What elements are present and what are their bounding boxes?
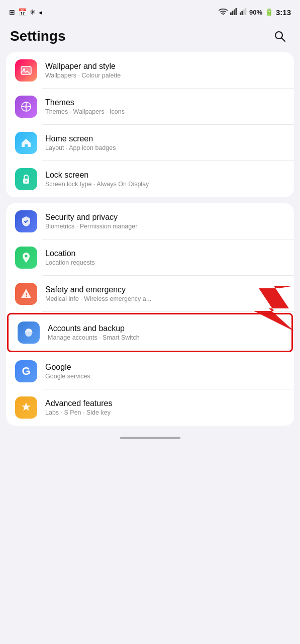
lockscreen-text: Lock screen Screen lock type · Always On… — [45, 171, 285, 188]
settings-item-wallpaper[interactable]: Wallpaper and style Wallpapers · Colour … — [6, 52, 294, 89]
svg-rect-5 — [240, 12, 241, 15]
status-icons-right: 90% 🔋 3:13 — [219, 8, 291, 17]
themes-icon — [15, 96, 37, 118]
page-header: Settings — [0, 22, 300, 52]
app-icon-4: ◂ — [39, 9, 42, 16]
svg-rect-7 — [243, 9, 245, 15]
google-icon: G — [15, 360, 37, 382]
app-icon-2: 📅 — [18, 8, 27, 16]
signal-icon-2 — [240, 8, 247, 17]
settings-group-2: Security and privacy Biometrics · Permis… — [6, 203, 294, 426]
accounts-title: Accounts and backup — [48, 324, 282, 333]
settings-item-safety[interactable]: ! Safety and emergency Medical info · Wi… — [6, 276, 294, 312]
lockscreen-icon — [15, 168, 37, 190]
safety-text: Safety and emergency Medical info · Wire… — [45, 285, 285, 302]
svg-line-10 — [282, 38, 285, 42]
lockscreen-subtitle: Screen lock type · Always On Display — [45, 181, 285, 188]
settings-item-google[interactable]: G Google Google services — [6, 353, 294, 389]
homescreen-title: Home screen — [45, 134, 285, 143]
app-icon-1: ⊞ — [9, 8, 15, 16]
homescreen-icon — [15, 132, 37, 154]
location-text: Location Location requests — [45, 249, 285, 266]
location-subtitle: Location requests — [45, 259, 285, 266]
advanced-title: Advanced features — [45, 399, 285, 408]
search-button[interactable] — [270, 26, 290, 46]
wallpaper-subtitle: Wallpapers · Colour palette — [45, 72, 285, 79]
safety-icon: ! — [15, 283, 37, 305]
settings-item-security[interactable]: Security and privacy Biometrics · Permis… — [6, 203, 294, 239]
svg-rect-1 — [230, 12, 232, 15]
google-subtitle: Google services — [45, 373, 285, 380]
security-title: Security and privacy — [45, 213, 285, 222]
wallpaper-icon — [15, 59, 37, 82]
homescreen-subtitle: Layout · App icon badges — [45, 144, 285, 151]
location-icon — [15, 247, 37, 269]
app-icon-3: ✳ — [30, 8, 36, 16]
svg-rect-2 — [232, 11, 233, 15]
settings-group-1: Wallpaper and style Wallpapers · Colour … — [6, 52, 294, 197]
svg-point-21 — [30, 330, 32, 331]
wallpaper-title: Wallpaper and style — [45, 62, 285, 71]
themes-title: Themes — [45, 98, 285, 107]
svg-point-0 — [223, 14, 224, 15]
svg-rect-6 — [241, 11, 243, 15]
themes-text: Themes Themes · Wallpapers · Icons — [45, 98, 285, 115]
google-title: Google — [45, 363, 285, 372]
lockscreen-title: Lock screen — [45, 171, 285, 180]
svg-point-17 — [26, 181, 27, 182]
security-icon — [15, 210, 37, 232]
status-bar: ⊞ 📅 ✳ ◂ 90% 🔋 3:13 — [0, 0, 300, 22]
advanced-icon — [15, 396, 37, 419]
svg-text:!: ! — [26, 292, 27, 298]
settings-item-themes[interactable]: Themes Themes · Wallpapers · Icons — [6, 89, 294, 125]
location-title: Location — [45, 249, 285, 258]
svg-rect-3 — [234, 9, 235, 15]
settings-item-accounts[interactable]: Accounts and backup Manage accounts · Sm… — [9, 314, 291, 351]
svg-rect-8 — [245, 8, 246, 15]
battery-percent: 90% — [249, 9, 262, 16]
accounts-subtitle: Manage accounts · Smart Switch — [48, 334, 282, 341]
security-subtitle: Biometrics · Permission manager — [45, 223, 285, 230]
battery-icon: 🔋 — [265, 8, 273, 16]
page-title: Settings — [10, 28, 65, 44]
time-display: 3:13 — [276, 8, 291, 17]
bottom-bar — [0, 432, 300, 442]
accounts-icon — [18, 321, 40, 344]
security-text: Security and privacy Biometrics · Permis… — [45, 213, 285, 230]
accounts-text: Accounts and backup Manage accounts · Sm… — [48, 324, 282, 341]
settings-item-advanced[interactable]: Advanced features Labs · S Pen · Side ke… — [6, 389, 294, 426]
advanced-subtitle: Labs · S Pen · Side key — [45, 409, 285, 416]
settings-item-location[interactable]: Location Location requests — [6, 239, 294, 276]
themes-subtitle: Themes · Wallpapers · Icons — [45, 108, 285, 115]
safety-subtitle: Medical info · Wireless emergency a... — [45, 295, 285, 302]
wallpaper-text: Wallpaper and style Wallpapers · Colour … — [45, 62, 285, 79]
wifi-icon — [219, 8, 228, 17]
settings-item-lockscreen[interactable]: Lock screen Screen lock type · Always On… — [6, 161, 294, 197]
svg-point-15 — [25, 105, 28, 108]
safety-title: Safety and emergency — [45, 285, 285, 294]
home-indicator — [120, 437, 180, 439]
svg-point-18 — [25, 255, 28, 258]
signal-icon-1 — [230, 8, 237, 17]
advanced-text: Advanced features Labs · S Pen · Side ke… — [45, 399, 285, 416]
status-icons-left: ⊞ 📅 ✳ ◂ — [9, 8, 42, 16]
svg-rect-4 — [235, 8, 237, 15]
google-text: Google Google services — [45, 363, 285, 380]
homescreen-text: Home screen Layout · App icon badges — [45, 134, 285, 151]
settings-item-homescreen[interactable]: Home screen Layout · App icon badges — [6, 125, 294, 161]
